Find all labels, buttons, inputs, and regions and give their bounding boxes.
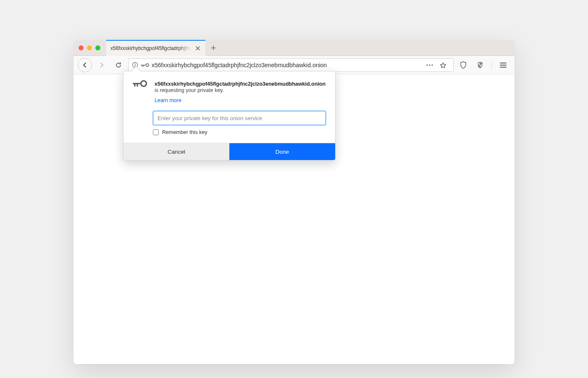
svg-point-6 bbox=[431, 64, 433, 66]
back-button[interactable] bbox=[78, 58, 92, 72]
svg-rect-2 bbox=[135, 65, 136, 67]
svg-point-3 bbox=[146, 63, 149, 66]
popover-host: x56fxxskirhybchgpof45flgctadrphjfnc2jclz… bbox=[155, 81, 326, 87]
done-button[interactable]: Done bbox=[229, 143, 335, 160]
popover-buttons: Cancel Done bbox=[123, 143, 335, 160]
key-icon[interactable] bbox=[141, 63, 149, 68]
svg-point-1 bbox=[135, 63, 136, 64]
toolbar-divider bbox=[491, 60, 492, 70]
tab-title: x56fxxskirhybchgpof45flgctadrphjfnc2jclz… bbox=[110, 45, 191, 51]
minimize-window-button[interactable] bbox=[87, 45, 92, 50]
window-controls bbox=[79, 45, 100, 50]
key-icon bbox=[133, 80, 147, 103]
close-tab-button[interactable] bbox=[194, 45, 201, 52]
svg-point-5 bbox=[429, 64, 430, 66]
popover-subtext: is requesting your private key. bbox=[155, 87, 326, 93]
popover-body: x56fxxskirhybchgpof45flgctadrphjfnc2jclz… bbox=[123, 71, 335, 111]
browser-window: x56fxxskirhybchgpof45flgctadrphjfnc2jclz… bbox=[74, 40, 514, 364]
onion-auth-popover: x56fxxskirhybchgpof45flgctadrphjfnc2jclz… bbox=[123, 71, 336, 160]
menu-button[interactable] bbox=[496, 58, 510, 72]
page-actions-button[interactable] bbox=[423, 58, 436, 72]
reload-button[interactable] bbox=[111, 58, 126, 72]
remember-key-checkbox[interactable] bbox=[153, 129, 159, 135]
close-window-button[interactable] bbox=[79, 45, 84, 50]
address-bar[interactable]: x56fxxskirhybchgpof45flgctadrphjfnc2jclz… bbox=[128, 58, 454, 72]
svg-point-7 bbox=[141, 81, 147, 87]
learn-more-link[interactable]: Learn more bbox=[155, 97, 181, 103]
shield-button[interactable] bbox=[456, 58, 470, 72]
browser-tab[interactable]: x56fxxskirhybchgpof45flgctadrphjfnc2jclz… bbox=[106, 40, 205, 56]
svg-point-4 bbox=[426, 64, 428, 66]
popover-input-area: Remember this key bbox=[123, 111, 335, 143]
tab-strip: x56fxxskirhybchgpof45flgctadrphjfnc2jclz… bbox=[74, 40, 514, 56]
new-tab-button[interactable] bbox=[207, 42, 220, 54]
remember-key-label: Remember this key bbox=[162, 129, 207, 135]
security-level-button[interactable] bbox=[473, 58, 487, 72]
maximize-window-button[interactable] bbox=[95, 45, 100, 50]
url-text: x56fxxskirhybchgpof45flgctadrphjfnc2jclz… bbox=[152, 62, 420, 68]
forward-button[interactable] bbox=[94, 58, 109, 72]
cancel-button[interactable]: Cancel bbox=[123, 143, 229, 160]
bookmark-button[interactable] bbox=[436, 58, 450, 72]
remember-key-row[interactable]: Remember this key bbox=[153, 129, 326, 135]
popover-message: x56fxxskirhybchgpof45flgctadrphjfnc2jclz… bbox=[155, 81, 326, 103]
private-key-input[interactable] bbox=[153, 111, 326, 125]
address-bar-actions bbox=[423, 58, 450, 72]
